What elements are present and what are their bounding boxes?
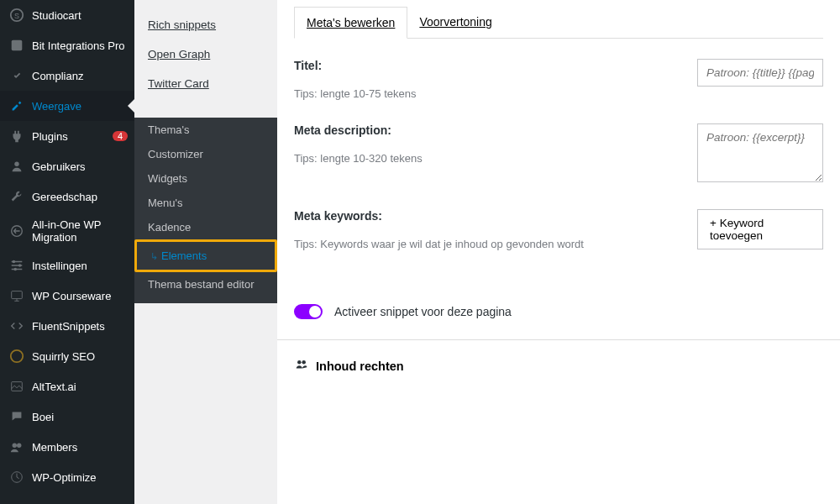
sidebar-item-label: All-in-One WP Migration	[32, 218, 128, 244]
sidebar-item-label: Gereedschap	[32, 191, 128, 203]
content-rights-label: Inhoud rechten	[316, 360, 404, 373]
field-description-row: Meta description: Tips: lengte 10-320 te…	[294, 123, 823, 186]
svg-point-15	[302, 360, 306, 365]
sublink-rich-snippets[interactable]: Rich snippets	[148, 10, 264, 39]
sidebar-item-alttext[interactable]: AltText.ai	[0, 371, 134, 402]
field-keywords-label: Meta keywords:	[294, 209, 680, 223]
svg-point-12	[17, 444, 21, 448]
tab-preview[interactable]: Voorvertoning	[407, 7, 503, 38]
sidebar-item-users[interactable]: Gebruikers	[0, 151, 134, 181]
field-keywords-row: Meta keywords: Tips: Keywords waar je wi…	[294, 209, 823, 250]
description-input[interactable]	[697, 123, 823, 182]
svg-point-11	[13, 444, 17, 448]
sidebar-item-tools[interactable]: Gereedschap	[0, 181, 134, 212]
plugin-icon	[8, 128, 25, 144]
sub-arrow-icon: ↳	[150, 251, 158, 261]
svg-point-7	[13, 268, 17, 271]
sidebar-item-wpoptimize[interactable]: WP-Optimize	[0, 462, 134, 492]
sidebar-item-complianz[interactable]: Complianz	[0, 60, 134, 91]
submenu-item-elements[interactable]: ↳Elements	[134, 239, 277, 272]
sidebar-item-settings[interactable]: Instellingen	[0, 250, 134, 281]
content-rights-header[interactable]: Inhoud rechten	[277, 340, 840, 391]
sidebar-item-label: Studiocart	[32, 9, 128, 22]
seo-sublinks: Rich snippets Open Graph Twitter Card	[134, 0, 277, 108]
add-keyword-button[interactable]: + Keyword toevoegen	[697, 209, 823, 249]
sidebar-item-label: Weergave	[32, 100, 128, 113]
sidebar-item-label: Complianz	[32, 70, 128, 82]
appearance-flyout: Thema's Customizer Widgets Menu's Kadenc…	[134, 118, 277, 303]
svg-rect-10	[12, 382, 23, 391]
sidebar-item-bit-integrations[interactable]: Bit Integrations Pro	[0, 30, 134, 60]
code-icon	[8, 318, 25, 334]
submenu-item-themes[interactable]: Thema's	[134, 118, 277, 142]
meta-tabs: Meta's bewerken Voorvertoning	[294, 7, 823, 39]
svg-rect-2	[12, 40, 23, 51]
sidebar-item-label: Bit Integrations Pro	[32, 39, 128, 52]
sidebar-item-migration[interactable]: All-in-One WP Migration	[0, 212, 134, 250]
title-input[interactable]	[697, 59, 823, 87]
plugin-count-badge: 4	[113, 131, 128, 141]
users-group-icon	[294, 357, 309, 375]
svg-point-3	[14, 162, 18, 166]
sliders-icon	[8, 257, 25, 274]
submenu-item-widgets[interactable]: Widgets	[134, 166, 277, 191]
meta-form: Titel: Tips: lengte 10-75 tekens Meta de…	[277, 39, 840, 294]
svg-point-6	[18, 264, 22, 267]
snippet-toggle-row: Activeer snippet voor deze pagina	[277, 294, 840, 339]
squirrly-icon	[8, 348, 25, 365]
sidebar-item-courseware[interactable]: WP Courseware	[0, 281, 134, 311]
user-icon	[8, 158, 25, 175]
sidebar-item-plugins[interactable]: Plugins 4	[0, 121, 134, 151]
sidebar-item-appearance[interactable]: Weergave	[0, 91, 134, 121]
sidebar-item-label: Gebruikers	[32, 160, 128, 173]
field-description-tips: Tips: lengte 10-320 tekens	[294, 152, 680, 165]
field-description-label: Meta description:	[294, 123, 680, 137]
submenu-item-kadence[interactable]: Kadence	[134, 215, 277, 239]
integrations-icon	[8, 37, 25, 54]
field-title-row: Titel: Tips: lengte 10-75 tekens	[294, 59, 823, 100]
submenu-item-customizer[interactable]: Customizer	[134, 142, 277, 166]
tab-edit-metas[interactable]: Meta's bewerken	[294, 7, 407, 39]
field-title-tips: Tips: lengte 10-75 tekens	[294, 87, 680, 100]
sidebar-item-members[interactable]: Members	[0, 432, 134, 462]
migration-icon	[8, 223, 25, 239]
sublink-open-graph[interactable]: Open Graph	[148, 39, 264, 69]
svg-point-5	[13, 260, 16, 264]
brush-icon	[8, 97, 25, 114]
field-keywords-tips: Tips: Keywords waar je wil dat je inhoud…	[294, 238, 680, 250]
field-title-label: Titel:	[294, 59, 680, 72]
svg-point-14	[297, 360, 302, 365]
image-icon	[8, 378, 25, 395]
sidebar-item-label: Plugins	[32, 130, 109, 143]
optimize-icon	[8, 469, 25, 486]
monitor-icon	[8, 287, 25, 304]
svg-point-9	[11, 350, 23, 362]
wp-admin-sidebar: S Studiocart Bit Integrations Pro Compli…	[0, 0, 134, 504]
sidebar-item-label: WP Courseware	[32, 290, 128, 302]
main-content: Meta's bewerken Voorvertoning Titel: Tip…	[277, 0, 840, 504]
sidebar-item-label: Squirrly SEO	[32, 350, 128, 363]
members-icon	[8, 438, 25, 455]
sidebar-item-squirrly[interactable]: Squirrly SEO	[0, 341, 134, 371]
check-icon	[8, 67, 25, 84]
svg-text:S: S	[14, 12, 19, 20]
snippet-toggle[interactable]	[294, 304, 323, 319]
sidebar-item-studiocart[interactable]: S Studiocart	[0, 0, 134, 30]
sidebar-item-label: Instellingen	[32, 260, 128, 272]
wrench-icon	[8, 188, 25, 205]
sidebar-item-fluentsnippets[interactable]: FluentSnippets	[0, 311, 134, 341]
chat-icon	[8, 408, 25, 425]
submenu-item-label: Elements	[161, 249, 207, 262]
sidebar-item-label: FluentSnippets	[32, 320, 128, 333]
cart-icon: S	[8, 7, 25, 24]
sublink-twitter-card[interactable]: Twitter Card	[148, 69, 264, 98]
sidebar-item-label: WP-Optimize	[32, 471, 128, 484]
submenu-column: Rich snippets Open Graph Twitter Card Th…	[134, 0, 277, 504]
sidebar-item-boei[interactable]: Boei	[0, 402, 134, 432]
snippet-toggle-label: Activeer snippet voor deze pagina	[334, 305, 512, 318]
submenu-item-theme-editor[interactable]: Thema bestand editor	[134, 272, 277, 297]
sidebar-item-label: Boei	[32, 411, 128, 423]
sidebar-item-label: AltText.ai	[32, 381, 128, 393]
submenu-item-menus[interactable]: Menu's	[134, 191, 277, 215]
svg-rect-8	[12, 291, 23, 299]
